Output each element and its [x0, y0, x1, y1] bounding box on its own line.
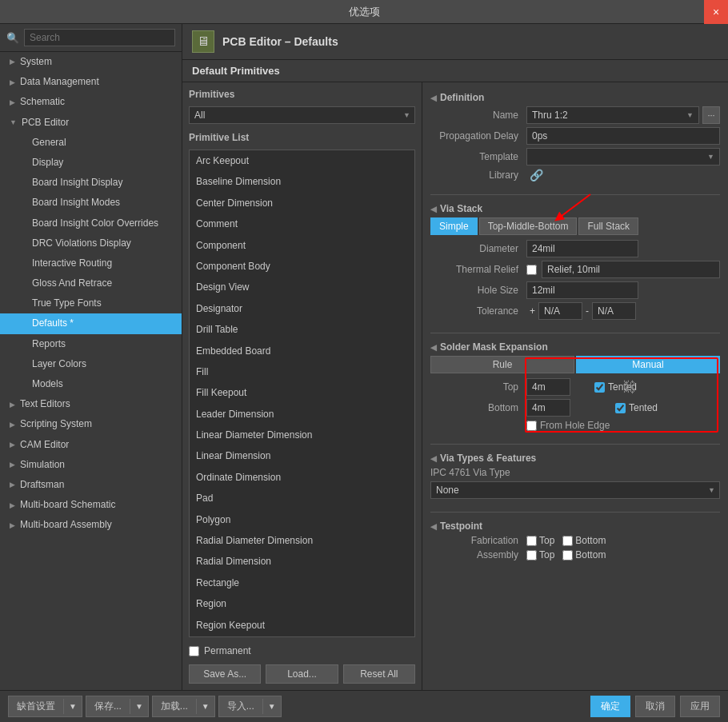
diameter-input[interactable] [526, 240, 638, 257]
import-label[interactable]: 导入... [219, 696, 262, 716]
prim-item-rectangle[interactable]: Rectangle [190, 572, 414, 593]
sidebar-item-data-management[interactable]: ▶Data Management [0, 72, 182, 92]
sidebar-item-multi-board-assembly[interactable]: ▶Multi-board Assembly [0, 515, 182, 535]
definition-header[interactable]: ◀ Definition [430, 89, 720, 106]
load-label[interactable]: 加载... [153, 696, 196, 716]
cancel-button[interactable]: 取消 [635, 696, 675, 717]
prim-item-design-view[interactable]: Design View [190, 277, 414, 297]
prim-item-standard-dimension[interactable]: Standard Dimension [190, 636, 414, 637]
sidebar-item-scripting-system[interactable]: ▶Scripting System [0, 414, 182, 434]
permanent-checkbox[interactable] [189, 646, 199, 656]
load-button[interactable]: Load... [266, 664, 338, 684]
prim-item-fill[interactable]: Fill [190, 361, 414, 382]
search-input[interactable] [24, 29, 175, 46]
sidebar-item-system[interactable]: ▶System [0, 52, 182, 72]
prim-item-region[interactable]: Region [190, 593, 414, 614]
save-label[interactable]: 保存... [86, 696, 130, 716]
sidebar-item-true-type-fonts[interactable]: True Type Fonts [0, 293, 182, 313]
ipc-dropdown[interactable]: None [430, 481, 720, 499]
reset-all-button[interactable]: Reset All [343, 664, 415, 684]
default-settings-arrow[interactable]: ▼ [63, 699, 82, 714]
prim-item-embedded-board[interactable]: Embedded Board [190, 341, 414, 361]
bottom-tented-checkbox[interactable] [615, 403, 626, 413]
thermal-relief-checkbox[interactable] [526, 265, 537, 275]
mask-btn-manual[interactable]: Manual [576, 356, 720, 373]
sidebar-item-defaults[interactable]: Defaults * [0, 313, 182, 333]
prim-item-polygon[interactable]: Polygon [190, 509, 414, 530]
sidebar-item-cam-editor[interactable]: ▶CAM Editor [0, 435, 182, 455]
assembly-top-checkbox[interactable] [526, 550, 537, 560]
prim-item-linear-dimension[interactable]: Linear Dimension [190, 445, 414, 466]
load-dropdown[interactable]: 加载... ▼ [152, 696, 215, 717]
prim-item-leader-dimension[interactable]: Leader Dimension [190, 404, 414, 425]
mask-btn-rule[interactable]: Rule [430, 356, 574, 373]
close-button[interactable]: × [704, 0, 728, 24]
sidebar-item-draftsman[interactable]: ▶Draftsman [0, 475, 182, 495]
prim-item-fill-keepout[interactable]: Fill Keepout [190, 382, 414, 403]
prim-item-radial-diameter-dimension[interactable]: Radial Diameter Dimension [190, 530, 414, 551]
tolerance-minus-input[interactable] [592, 302, 636, 320]
sidebar-item-layer-colors[interactable]: Layer Colors [0, 354, 182, 374]
propagation-delay-input[interactable] [526, 127, 720, 145]
prim-item-center-dimension[interactable]: Center Dimension [190, 193, 414, 213]
tolerance-plus-input[interactable] [538, 302, 582, 320]
sidebar-item-simulation[interactable]: ▶Simulation [0, 455, 182, 475]
sidebar-item-display[interactable]: Display [0, 153, 182, 173]
sidebar-item-board-insight-modes[interactable]: Board Insight Modes [0, 193, 182, 213]
via-tab-full-stack[interactable]: Full Stack [578, 217, 638, 235]
sidebar-item-text-editors[interactable]: ▶Text Editors [0, 394, 182, 414]
sidebar-item-pcb-editor[interactable]: ▼PCB Editor [0, 113, 182, 133]
template-dropdown[interactable] [526, 148, 720, 166]
prim-item-designator[interactable]: Designator [190, 298, 414, 319]
sidebar-item-schematic[interactable]: ▶Schematic [0, 92, 182, 112]
prim-item-component[interactable]: Component [190, 235, 414, 256]
prim-item-baseline-dimension[interactable]: Baseline Dimension [190, 171, 414, 192]
sidebar-item-models[interactable]: Models [0, 374, 182, 394]
save-as-button[interactable]: Save As... [189, 664, 261, 684]
primitives-dropdown[interactable]: All [189, 106, 415, 124]
sidebar-item-drc-violations-display[interactable]: DRC Violations Display [0, 233, 182, 253]
assembly-bottom-checkbox[interactable] [562, 550, 573, 560]
prim-item-radial-dimension[interactable]: Radial Dimension [190, 551, 414, 572]
load-arrow[interactable]: ▼ [196, 699, 214, 714]
prim-item-comment[interactable]: Comment [190, 213, 414, 234]
sidebar-item-multi-board-schematic[interactable]: ▶Multi-board Schematic [0, 495, 182, 515]
prim-item-linear-diameter-dimension[interactable]: Linear Diameter Dimension [190, 425, 414, 445]
via-tab-top-middle-bottom[interactable]: Top-Middle-Bottom [479, 217, 578, 235]
prim-item-component-body[interactable]: Component Body [190, 256, 414, 277]
via-tab-simple[interactable]: Simple [430, 217, 478, 235]
prim-item-region-keepout[interactable]: Region Keepout [190, 615, 414, 636]
sidebar-item-interactive-routing[interactable]: Interactive Routing [0, 253, 182, 273]
import-dropdown[interactable]: 导入... ▼ [218, 696, 282, 717]
import-arrow[interactable]: ▼ [262, 699, 281, 714]
prim-item-pad[interactable]: Pad [190, 488, 414, 509]
top-tented-checkbox[interactable] [594, 382, 605, 393]
save-arrow[interactable]: ▼ [130, 699, 148, 714]
name-dropdown[interactable]: Thru 1:2 [526, 106, 699, 124]
testpoint-header[interactable]: ◀ Testpoint [430, 517, 720, 535]
save-dropdown[interactable]: 保存... ▼ [86, 696, 149, 717]
fabrication-top-checkbox[interactable] [526, 536, 537, 546]
solder-mask-bottom-input[interactable] [526, 399, 570, 417]
via-stack-header[interactable]: ◀ Via Stack [430, 200, 720, 217]
sidebar-item-board-insight-color-overrides[interactable]: Board Insight Color Overrides [0, 213, 182, 233]
solder-mask-top-input[interactable] [526, 378, 570, 396]
apply-button[interactable]: 应用 [680, 696, 720, 717]
fabrication-bottom-checkbox[interactable] [562, 536, 573, 546]
sidebar-item-board-insight-display[interactable]: Board Insight Display [0, 173, 182, 193]
prim-item-arc-keepout[interactable]: Arc Keepout [190, 150, 414, 171]
prim-item-ordinate-dimension[interactable]: Ordinate Dimension [190, 467, 414, 488]
default-settings-label[interactable]: 缺首设置 [9, 696, 63, 716]
name-options-btn[interactable]: ··· [702, 106, 720, 124]
sidebar-item-general[interactable]: General [0, 133, 182, 153]
ok-button[interactable]: 确定 [590, 696, 630, 717]
via-types-header[interactable]: ◀ Via Types & Features [430, 449, 720, 467]
from-hole-edge-checkbox[interactable] [526, 421, 537, 431]
prim-item-drill-table[interactable]: Drill Table [190, 319, 414, 340]
hole-size-input[interactable] [526, 281, 638, 299]
sidebar-item-gloss-and-retrace[interactable]: Gloss And Retrace [0, 273, 182, 293]
solder-mask-header[interactable]: ◀ Solder Mask Expansion [430, 338, 720, 356]
thermal-relief-value[interactable] [542, 261, 720, 278]
sidebar-item-reports[interactable]: Reports [0, 334, 182, 354]
default-settings-dropdown[interactable]: 缺首设置 ▼ [8, 696, 82, 717]
